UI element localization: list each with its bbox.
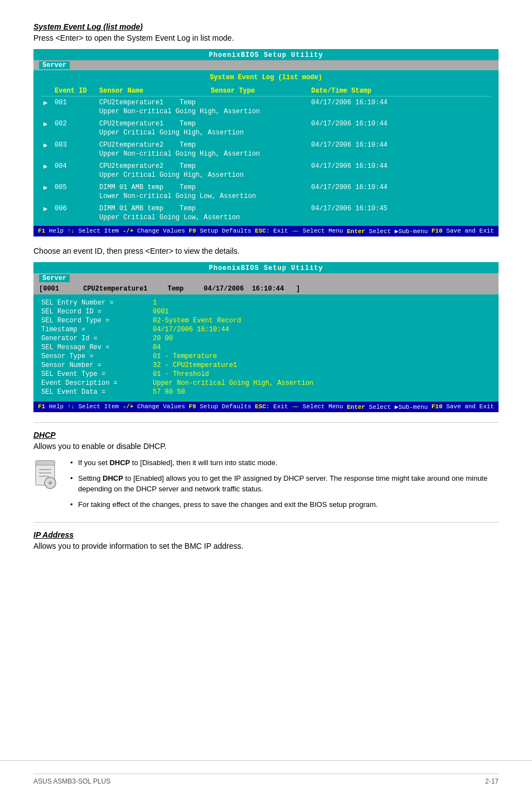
bios1-menu-bar[interactable]: Server <box>33 60 499 70</box>
bios2-footer: F1 Help ↑↓ Select Item -/+ Change Values… <box>33 402 499 412</box>
detail-row: Generator Id = 20 00 <box>41 335 491 342</box>
bios2-detail-header: [0001 CPU2temperature1 Temp 04/17/2006 1… <box>33 283 499 294</box>
bios2-footer-arrows: ↑↓ Select Item <box>67 403 119 410</box>
col-sensor-name: Sensor Name <box>97 86 209 96</box>
ip-address-desc: Allows you to provide information to set… <box>33 542 499 550</box>
separator-1 <box>33 422 499 423</box>
table-row[interactable]: ▶ 002 CPU2temperature1 Temp 04/17/2006 1… <box>41 118 491 129</box>
datetime: 04/17/2006 16:10:44 <box>309 160 491 171</box>
detail-row: SEL Entry Number = 1 <box>41 299 491 307</box>
table-row-desc: Upper Non-critical Going High, Assertion <box>41 150 491 160</box>
footer-left: ASUS ASMB3-SOL PLUS <box>33 777 110 785</box>
sensor-name: CPU2temperature1 Temp <box>97 118 209 129</box>
detail-value: 01 - Temperature <box>153 352 217 360</box>
row-arrow: ▶ <box>41 181 52 192</box>
table-row-desc: Upper Critical Going High, Assertion <box>41 129 491 139</box>
detail-label: SEL Entry Number = <box>41 299 153 307</box>
event-description: Upper Critical Going High, Assertion <box>97 171 491 181</box>
detail-row: SEL Record Type = 02-System Event Record <box>41 317 491 325</box>
sensor-name: DIMM 01 AMB temp Temp <box>97 202 209 214</box>
detail-value: 57 80 50 <box>153 388 185 396</box>
bios1-content-title: System Event Log (list mode) <box>41 74 491 81</box>
sensor-type <box>209 160 309 171</box>
dhcp-bullets: If you set DHCP to [Disabled], then it w… <box>68 457 499 514</box>
bios1-menu-server[interactable]: Server <box>39 61 70 69</box>
detail-value: 04/17/2006 16:10:44 <box>153 326 229 334</box>
table-row[interactable]: ▶ 004 CPU2temperature2 Temp 04/17/2006 1… <box>41 160 491 171</box>
detail-value: 1 <box>153 299 157 307</box>
table-row[interactable]: ▶ 005 DIMM 01 AMB temp Temp 04/17/2006 1… <box>41 181 491 192</box>
detail-label: Generator Id = <box>41 335 153 342</box>
bios2-footer-enter: Enter Select ▶Sub-menu <box>347 403 428 410</box>
bios1-footer-enter: Enter Select ▶Sub-menu <box>347 228 428 235</box>
col-datetime: Date/Time Stamp <box>309 86 491 96</box>
detail-row: Sensor Type = 01 - Temperature <box>41 352 491 360</box>
footer-right: 2-17 <box>485 777 499 785</box>
table-row-desc: Upper Critical Going High, Assertion <box>41 171 491 181</box>
bios1-footer-f9: F9 Setup Defaults <box>188 228 251 235</box>
bios2-header-content: [0001 CPU2temperature1 Temp 04/17/2006 1… <box>39 285 300 293</box>
bios2-footer-f9: F9 Setup Defaults <box>188 403 251 410</box>
bios2-menu-server[interactable]: Server <box>39 274 70 282</box>
event-id: 004 <box>52 160 97 171</box>
separator-2 <box>33 522 499 523</box>
sensor-type <box>209 202 309 214</box>
col-event-id: Event ID <box>52 86 97 96</box>
detail-label: Sensor Type = <box>41 352 153 360</box>
datetime: 04/17/2006 16:10:44 <box>309 181 491 192</box>
col-sensor-type: Sensor Type <box>209 86 309 96</box>
bios1-footer-f10: F10 Save and Exit <box>432 228 494 235</box>
ip-address-title: IP Address <box>33 530 499 539</box>
detail-label: SEL Event Data = <box>41 388 153 396</box>
row-arrow: ▶ <box>41 202 52 214</box>
bios1-footer: F1 Help ↑↓ Select Item -/+ Change Values… <box>33 226 499 236</box>
detail-row: Timestamp = 04/17/2006 16:10:44 <box>41 326 491 334</box>
dhcp-icon <box>33 460 60 492</box>
bios-screen-2: PhoenixBIOS Setup Utility Server [0001 C… <box>33 262 499 412</box>
bios1-footer-f1: F1 Help <box>38 228 64 235</box>
detail-row: Sensor Number = 32 - CPU2temperature1 <box>41 361 491 369</box>
bios1-title-bar: PhoenixBIOS Setup Utility <box>33 49 499 60</box>
table-row-desc: Lower Non-critical Going Low, Assertion <box>41 192 491 202</box>
event-id: 001 <box>52 96 97 108</box>
event-description: Upper Critical Going Low, Assertion <box>97 214 491 224</box>
table-row[interactable]: ▶ 006 DIMM 01 AMB temp Temp 04/17/2006 1… <box>41 202 491 214</box>
event-description: Lower Non-critical Going Low, Assertion <box>97 192 491 202</box>
bios1-footer-change: -/+ Change Values <box>123 228 185 235</box>
detail-value: 04 <box>153 344 161 351</box>
detail-value: 0001 <box>153 308 169 316</box>
table-row[interactable]: ▶ 003 CPU2temperature2 Temp 04/17/2006 1… <box>41 139 491 150</box>
detail-value: Upper Non-critical Going High, Assertion <box>153 379 313 387</box>
dhcp-section: DHCP Allows you to enable or disable DHC… <box>33 431 499 514</box>
svg-rect-1 <box>36 461 55 465</box>
detail-value: 20 00 <box>153 335 173 342</box>
detail-row: SEL Message Rev = 04 <box>41 344 491 351</box>
detail-label: Timestamp = <box>41 326 153 334</box>
list-item: If you set DHCP to [Disabled], then it w… <box>68 457 499 468</box>
separator-3 <box>0 760 532 761</box>
bios2-menu-bar[interactable]: Server <box>33 273 499 283</box>
sensor-type <box>209 139 309 150</box>
event-id: 003 <box>52 139 97 150</box>
detail-label: SEL Record Type = <box>41 317 153 325</box>
datetime: 04/17/2006 16:10:44 <box>309 139 491 150</box>
list-item: Setting DHCP to [Enabled] allows you to … <box>68 473 499 495</box>
sensor-type <box>209 118 309 129</box>
event-id: 005 <box>52 181 97 192</box>
table-row[interactable]: ▶ 001 CPU2temperature1 Temp 04/17/2006 1… <box>41 96 491 108</box>
bios2-footer-esc: ESC: Exit <box>255 403 288 410</box>
ip-address-section: IP Address Allows you to provide informa… <box>33 530 499 550</box>
page-footer: ASUS ASMB3-SOL PLUS 2-17 <box>33 774 499 785</box>
dhcp-title: DHCP <box>33 431 499 439</box>
detail-value: 01 - Threshold <box>153 370 209 378</box>
detail-label: SEL Record ID = <box>41 308 153 316</box>
sensor-name: CPU2temperature2 Temp <box>97 139 209 150</box>
bios1-footer-esc: ESC: Exit <box>255 228 288 235</box>
list-item: For taking effect of the changes, press … <box>68 499 499 510</box>
sensor-name: DIMM 01 AMB temp Temp <box>97 181 209 192</box>
section1-desc: Press <Enter> to open the System Event L… <box>33 33 499 42</box>
detail-row: SEL Event Data = 57 80 50 <box>41 388 491 396</box>
event-id: 002 <box>52 118 97 129</box>
event-description: Upper Non-critical Going High, Assertion <box>97 150 491 160</box>
bios2-footer-f10: F10 Save and Exit <box>432 403 494 410</box>
